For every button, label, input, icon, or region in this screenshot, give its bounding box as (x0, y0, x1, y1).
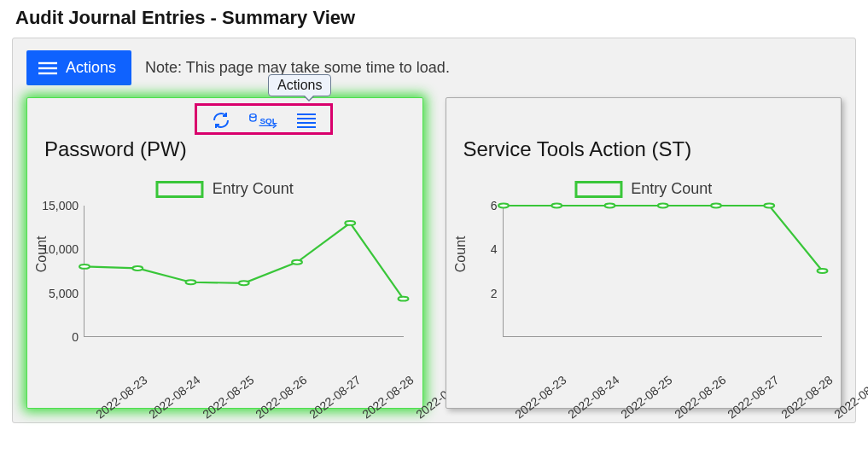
legend-swatch (156, 181, 204, 198)
card-title-password: Password (PW) (39, 137, 411, 161)
data-point[interactable] (817, 269, 827, 273)
x-tick: 2022-08-23 (512, 373, 568, 422)
content-panel: Actions Note: This page may take some ti… (12, 38, 856, 423)
legend-label: Entry Count (631, 180, 712, 198)
actions-tooltip: Actions (268, 74, 331, 96)
x-tick: 2022-08-24 (565, 373, 621, 422)
x-tick: 2022-08-25 (619, 373, 675, 422)
x-tick: 2022-08-29 (831, 373, 868, 422)
y-tick: 5,000 (39, 287, 79, 300)
data-point[interactable] (79, 265, 90, 269)
legend-swatch (574, 181, 622, 198)
data-point[interactable] (711, 204, 721, 208)
y-tick: 10,000 (39, 242, 79, 256)
legend-label: Entry Count (213, 180, 294, 198)
hamburger-icon (38, 61, 57, 75)
refresh-icon[interactable] (206, 109, 236, 131)
cards-row: Actions SQL Password (PW) Entry Count Co (26, 97, 842, 409)
data-point[interactable] (292, 260, 302, 265)
chart-line (504, 206, 823, 336)
card-toolbar: SQL (195, 103, 333, 135)
data-point[interactable] (604, 204, 615, 208)
chart-servicetools: Entry Count Count 246 2022-08-232022-08-… (458, 168, 830, 398)
actions-button[interactable]: Actions (26, 50, 131, 85)
x-tick: 2022-08-26 (672, 373, 728, 422)
y-tick: 0 (39, 330, 79, 344)
card-title-servicetools: Service Tools Action (ST) (458, 137, 830, 161)
x-tick: 2022-08-27 (306, 373, 363, 422)
legend: Entry Count (574, 180, 712, 198)
page-title: Audit Journal Entries - Summary View (0, 0, 868, 38)
x-tick: 2022-08-24 (147, 373, 203, 422)
y-tick: 6 (458, 199, 498, 212)
y-tick: 15,000 (39, 199, 79, 212)
x-tick: 2022-08-28 (778, 373, 835, 422)
y-tick: 2 (458, 287, 498, 300)
data-point[interactable] (186, 280, 196, 284)
legend: Entry Count (156, 180, 294, 198)
sql-icon[interactable]: SQL (248, 109, 279, 131)
toolbar: Actions Note: This page may take some ti… (26, 50, 842, 85)
chart-line (84, 206, 404, 336)
actions-button-label: Actions (66, 59, 116, 77)
chart-password: Entry Count Count 05,00010,00015,000 202… (39, 168, 411, 398)
svg-point-3 (250, 114, 256, 118)
data-point[interactable] (399, 297, 409, 301)
y-tick: 4 (458, 242, 498, 256)
x-tick: 2022-08-27 (725, 373, 781, 422)
x-tick: 2022-08-26 (253, 373, 309, 422)
x-tick: 2022-08-28 (359, 373, 416, 422)
data-point[interactable] (657, 204, 667, 208)
data-point[interactable] (498, 204, 509, 208)
x-tick: 2022-08-25 (200, 373, 256, 422)
data-point[interactable] (345, 221, 355, 225)
data-point[interactable] (239, 281, 249, 285)
card-service-tools[interactable]: Service Tools Action (ST) Entry Count Co… (446, 97, 842, 409)
data-point[interactable] (551, 204, 562, 208)
data-point[interactable] (132, 266, 143, 270)
actions-lines-icon[interactable] (291, 109, 322, 131)
x-tick: 2022-08-23 (93, 373, 149, 422)
svg-text:SQL: SQL (260, 116, 277, 125)
card-password[interactable]: Actions SQL Password (PW) Entry Count Co (26, 97, 423, 409)
data-point[interactable] (764, 204, 774, 208)
